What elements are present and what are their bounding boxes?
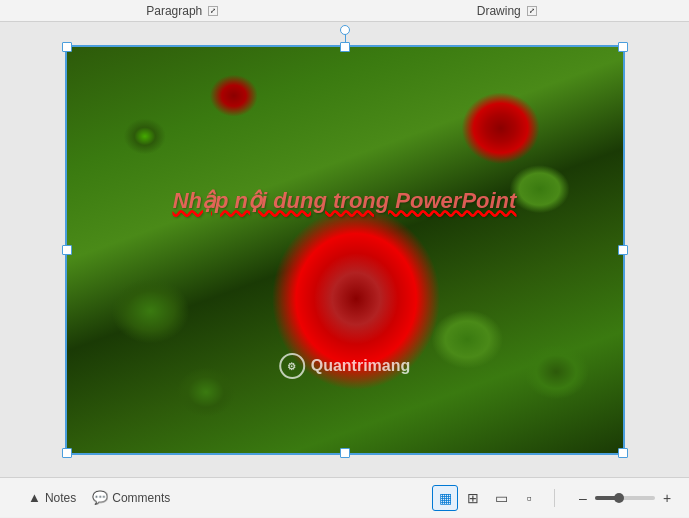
zoom-in-button[interactable]: + [657,488,677,508]
ribbon-paragraph-expand[interactable]: ⤢ [208,6,218,16]
zoom-controls: – + [573,488,677,508]
rose-image: Nhập nội dung trong PowerPoint ⚙ Quantri… [67,47,623,453]
status-left-controls: ▲ Notes 💬 Comments [20,487,178,508]
zoom-slider[interactable] [595,496,655,500]
view-buttons: ▦ ⊞ ▭ ▫ [432,485,542,511]
status-bar: ▲ Notes 💬 Comments ▦ ⊞ ▭ ▫ – [0,477,689,517]
zoom-plus-icon: + [663,490,671,506]
comments-label: Comments [112,491,170,505]
handle-middle-right[interactable] [618,245,628,255]
view-presenter-icon: ▫ [527,490,532,506]
slide-object[interactable]: Nhập nội dung trong PowerPoint ⚙ Quantri… [65,45,625,455]
text-overlay[interactable]: Nhập nội dung trong PowerPoint [173,188,517,214]
handle-top-right[interactable] [618,42,628,52]
rotate-handle[interactable] [340,25,350,35]
comments-button[interactable]: 💬 Comments [84,487,178,508]
watermark-text: Quantrimang [311,357,411,375]
canvas-area: Nhập nội dung trong PowerPoint ⚙ Quantri… [0,22,689,477]
zoom-minus-icon: – [579,490,587,506]
view-reading-icon: ▭ [495,490,508,506]
view-presenter-button[interactable]: ▫ [516,485,542,511]
zoom-divider [554,489,555,507]
handle-middle-left[interactable] [62,245,72,255]
handle-top-center[interactable] [340,42,350,52]
watermark: ⚙ Quantrimang [279,353,411,379]
handle-bottom-left[interactable] [62,448,72,458]
notes-button[interactable]: ▲ Notes [20,487,84,508]
view-reading-button[interactable]: ▭ [488,485,514,511]
ribbon-drawing-expand[interactable]: ⤢ [527,6,537,16]
handle-bottom-right[interactable] [618,448,628,458]
view-sorter-button[interactable]: ⊞ [460,485,486,511]
comments-icon: 💬 [92,490,108,505]
view-sorter-icon: ⊞ [467,490,479,506]
ribbon-paragraph-label: Paragraph [146,4,202,18]
zoom-out-button[interactable]: – [573,488,593,508]
handle-bottom-center[interactable] [340,448,350,458]
handle-top-left[interactable] [62,42,72,52]
ribbon-drawing-label: Drawing [477,4,521,18]
view-normal-icon: ▦ [439,490,452,506]
view-normal-button[interactable]: ▦ [432,485,458,511]
notes-label: Notes [45,491,76,505]
ribbon-bar: Paragraph ⤢ Drawing ⤢ [0,0,689,22]
zoom-slider-thumb[interactable] [614,493,624,503]
watermark-icon: ⚙ [279,353,305,379]
notes-icon: ▲ [28,490,41,505]
